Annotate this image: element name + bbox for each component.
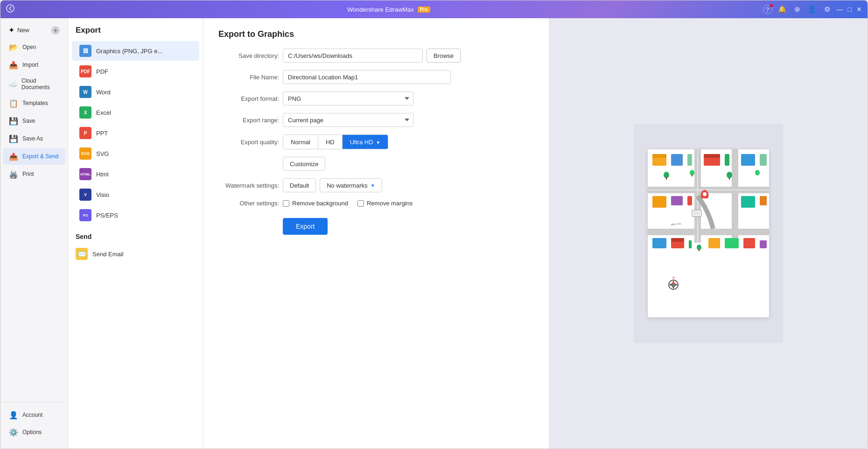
svg-rect-18 xyxy=(666,177,667,180)
middle-panel: Export 🖼 Graphics (PNG, JPG e... PDF PDF… xyxy=(68,18,203,449)
left-sidebar: ✦ New + 📂 Open 📥 Import ☁️ Cloud Documen… xyxy=(0,18,68,449)
notification-button[interactable]: 🔔 xyxy=(776,4,789,14)
svg-rect-24 xyxy=(652,196,666,208)
svg-rect-31 xyxy=(671,238,684,242)
minimize-button[interactable]: — xyxy=(837,6,843,13)
format-item-graphics[interactable]: 🖼 Graphics (PNG, JPG e... xyxy=(72,41,199,61)
browse-button[interactable]: Browse xyxy=(427,49,461,63)
send-email-item[interactable]: ✉️ Send Email xyxy=(76,244,196,264)
ppt-format-icon: P xyxy=(79,127,91,139)
sidebar-item-account[interactable]: 👤 Account xyxy=(3,407,65,423)
format-label-pdf: PDF xyxy=(96,68,108,75)
remove-background-checkbox[interactable]: Remove background xyxy=(283,200,348,207)
map-preview-svg: N ABC CFG xyxy=(648,149,769,317)
watermark-nowatermark-button[interactable]: No watermarks ▼ xyxy=(320,178,382,192)
main-content: ✦ New + 📂 Open 📥 Import ☁️ Cloud Documen… xyxy=(0,18,868,449)
export-format-row: Export format: PNG JPG BMP TIFF GIF xyxy=(218,91,534,105)
html-format-icon: HTML xyxy=(79,168,91,180)
sidebar-bottom: 👤 Account ⚙️ Options xyxy=(0,402,68,445)
remove-background-label: Remove background xyxy=(292,200,348,207)
svg-rect-5 xyxy=(732,149,738,243)
open-label: Open xyxy=(22,44,36,50)
share-button[interactable]: 👤 xyxy=(806,4,819,14)
sidebar-item-export[interactable]: 📤 Export & Send xyxy=(3,148,65,165)
export-label: Export & Send xyxy=(22,153,58,160)
saveas-label: Save As xyxy=(22,135,43,142)
open-icon: 📂 xyxy=(8,42,19,52)
export-button[interactable]: Export xyxy=(283,218,328,235)
svg-rect-35 xyxy=(743,238,755,248)
account-label: Account xyxy=(22,412,42,418)
svg-rect-26 xyxy=(687,196,692,205)
send-section: Send ✉️ Send Email xyxy=(68,225,203,267)
export-range-select[interactable]: Current page All pages Selection xyxy=(283,113,413,127)
svg-point-23 xyxy=(755,170,760,175)
options-icon: ⚙️ xyxy=(8,427,19,437)
save-directory-input[interactable] xyxy=(283,49,423,63)
plus-icon[interactable]: + xyxy=(51,26,60,35)
svg-point-39 xyxy=(703,192,707,196)
export-range-controls: Current page All pages Selection xyxy=(283,113,534,127)
svg-format-icon: SVG xyxy=(79,147,91,160)
back-button[interactable] xyxy=(6,4,14,14)
svg-text:N: N xyxy=(672,276,674,279)
format-item-visio[interactable]: V Visio xyxy=(72,185,199,204)
new-label: New xyxy=(17,27,29,34)
format-item-svg[interactable]: SVG SVG xyxy=(72,144,199,163)
sidebar-item-options[interactable]: ⚙️ Options xyxy=(3,424,65,441)
export-icon: 📤 xyxy=(8,151,19,161)
remove-background-input[interactable] xyxy=(283,200,289,207)
format-label-excel: Excel xyxy=(96,109,111,116)
export-settings-panel: Export to Graphics Save directory: Brows… xyxy=(203,18,549,449)
sidebar-item-cloud[interactable]: ☁️ Cloud Documents xyxy=(3,74,65,94)
svg-rect-38 xyxy=(693,211,700,216)
export-range-row: Export range: Current page All pages Sel… xyxy=(218,113,534,127)
quality-hd-button[interactable]: HD xyxy=(318,135,343,149)
quality-ultrahd-button[interactable]: Ultra HD ▼ xyxy=(343,135,388,149)
title-bar-controls: ? 🔔 ⊕ 👤 ⚙ — □ ✕ xyxy=(763,4,862,14)
format-label-ppt: PPT xyxy=(96,130,108,137)
close-button[interactable]: ✕ xyxy=(856,6,862,13)
customize-button[interactable]: Customize xyxy=(283,157,325,171)
format-item-pdf[interactable]: PDF PDF xyxy=(72,62,199,81)
svg-rect-33 xyxy=(708,238,720,248)
format-item-word[interactable]: W Word xyxy=(72,82,199,102)
export-quality-label: Export quality: xyxy=(218,139,279,146)
print-icon: 🖨️ xyxy=(8,169,19,179)
svg-point-21 xyxy=(727,172,732,178)
options-label: Options xyxy=(22,429,42,435)
save-directory-controls: Browse xyxy=(283,49,534,63)
email-icon: ✉️ xyxy=(76,248,88,260)
format-item-html[interactable]: HTML Html xyxy=(72,164,199,184)
other-settings-controls: Remove background Remove margins xyxy=(283,200,534,207)
other-settings-label: Other settings: xyxy=(218,200,279,207)
format-item-excel[interactable]: X Excel xyxy=(72,103,199,122)
export-format-select[interactable]: PNG JPG BMP TIFF GIF xyxy=(283,91,413,105)
file-name-controls xyxy=(283,70,534,84)
settings-button[interactable]: ⚙ xyxy=(822,4,832,14)
maximize-button[interactable]: □ xyxy=(848,6,852,13)
import-label: Import xyxy=(22,62,38,68)
other-settings-row: Other settings: Remove background Remove… xyxy=(218,200,534,207)
sidebar-item-templates[interactable]: 📋 Templates xyxy=(3,95,65,112)
watermark-label: Watermark settings: xyxy=(218,182,279,189)
save-label: Save xyxy=(22,118,35,124)
sidebar-item-open[interactable]: 📂 Open xyxy=(3,39,65,56)
format-label-visio: Visio xyxy=(96,191,109,198)
svg-point-17 xyxy=(664,172,669,178)
watermark-default-button[interactable]: Default xyxy=(283,178,316,192)
format-item-pseps[interactable]: PS PS/EPS xyxy=(72,205,199,225)
file-name-input[interactable] xyxy=(283,70,451,84)
new-button-container[interactable]: ✦ New + xyxy=(3,22,65,38)
svg-rect-15 xyxy=(741,154,755,166)
preview-area: N ABC CFG xyxy=(549,18,868,449)
remove-margins-input[interactable] xyxy=(357,200,364,207)
format-item-ppt[interactable]: P PPT xyxy=(72,123,199,143)
quality-normal-button[interactable]: Normal xyxy=(283,135,318,149)
sidebar-item-saveas[interactable]: 💾 Save As xyxy=(3,130,65,147)
sidebar-item-print[interactable]: 🖨️ Print xyxy=(3,166,65,182)
sidebar-item-save[interactable]: 💾 Save xyxy=(3,112,65,129)
remove-margins-checkbox[interactable]: Remove margins xyxy=(357,200,413,207)
community-button[interactable]: ⊕ xyxy=(792,4,802,14)
sidebar-item-import[interactable]: 📥 Import xyxy=(3,56,65,73)
